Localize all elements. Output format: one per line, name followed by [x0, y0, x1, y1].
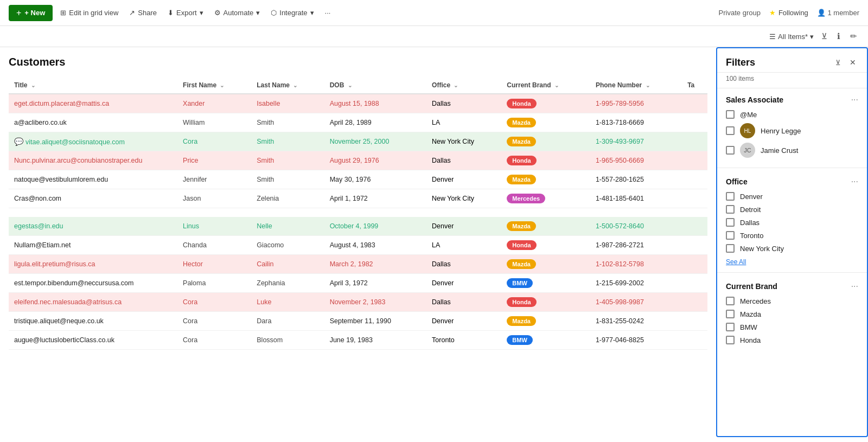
table-row[interactable]: Nunc.pulvinar.arcu@conubianostraper.edu …	[9, 151, 707, 170]
cell-office: New York City	[426, 132, 501, 151]
plus-icon: +	[16, 8, 21, 18]
cell-title: est.tempor.bibendum@neccursusa.com	[9, 274, 177, 293]
following-button[interactable]: ★ Following	[769, 9, 808, 17]
table-row[interactable]: egestas@in.edu Linus Nelle October 4, 19…	[9, 217, 707, 236]
cell-ta	[682, 293, 707, 312]
export-icon: ⬇	[168, 9, 174, 17]
table-row[interactable]: Nullam@Etiam.net Chanda Giacomo August 4…	[9, 236, 707, 255]
col-brand[interactable]: Current Brand ⌄	[501, 77, 590, 94]
cell-phone: 1-309-493-9697	[590, 132, 682, 151]
filter-checkbox-henry[interactable]	[726, 126, 735, 135]
filter-label-henry: Henry Legge	[761, 127, 801, 135]
filter-checkbox-detroit[interactable]	[726, 205, 735, 214]
col-lastname[interactable]: Last Name ⌄	[251, 77, 324, 94]
col-office[interactable]: Office ⌄	[426, 77, 501, 94]
cell-title: Nullam@Etiam.net	[9, 236, 177, 255]
table-row[interactable]: a@aclibero.co.uk William Smith April 28,…	[9, 113, 707, 132]
table-row[interactable]: natoque@vestibulumlorem.edu Jennifer Smi…	[9, 170, 707, 189]
more-button[interactable]: ···	[322, 7, 334, 19]
cell-lastname: Isabelle	[251, 94, 324, 113]
cell-brand: Mazda	[501, 132, 590, 151]
filter-item-mazda[interactable]: Mazda	[726, 310, 858, 318]
edit-grid-button[interactable]: ⊞ Edit in grid view	[57, 7, 122, 19]
filter-section-brand: Current Brand ··· Mercedes Mazda BMW	[717, 275, 867, 352]
brand-badge: BMW	[507, 335, 533, 345]
see-all-link-office[interactable]: See All	[726, 257, 746, 267]
table-row[interactable]: 💬vitae.aliquet@sociisnatoque.com Cora Sm…	[9, 132, 707, 151]
cell-brand: Mazda	[501, 255, 590, 274]
cell-dob: October 4, 1999	[324, 217, 426, 236]
filter-item-denver[interactable]: Denver	[726, 192, 858, 201]
integrate-button[interactable]: ⬡ Integrate ▾	[267, 7, 317, 19]
cell-lastname: Dara	[251, 312, 324, 331]
cell-ta	[682, 132, 707, 151]
table-row[interactable]: ligula.elit.pretium@risus.ca Hector Cail…	[9, 255, 707, 274]
col-dob[interactable]: DOB ⌄	[324, 77, 426, 94]
brand-badge: Mazda	[507, 316, 536, 326]
col-title[interactable]: Title ⌄	[9, 77, 177, 94]
filter-checkbox-nyc[interactable]	[726, 244, 735, 253]
cell-firstname: Chanda	[177, 236, 251, 255]
filter-item-detroit[interactable]: Detroit	[726, 205, 858, 214]
table-row[interactable]: tristique.aliquet@neque.co.uk Cora Dara …	[9, 312, 707, 331]
cell-office: Denver	[426, 217, 501, 236]
filter-label-mazda: Mazda	[740, 310, 761, 318]
filter-item-bmw[interactable]: BMW	[726, 323, 858, 331]
filter-button[interactable]: ⊻	[819, 29, 829, 43]
filter-section-office-more-button[interactable]: ···	[851, 177, 858, 187]
filter-item-dallas[interactable]: Dallas	[726, 218, 858, 227]
new-button[interactable]: + + New	[9, 5, 53, 21]
filter-checkbox-mazda[interactable]	[726, 310, 735, 318]
filter-checkbox-bmw[interactable]	[726, 323, 735, 331]
filter-label-nyc: New York City	[740, 245, 784, 253]
edit-button[interactable]: ✏	[848, 29, 859, 43]
cell-dob: April 28, 1989	[324, 113, 426, 132]
cell-title: egestas@in.edu	[9, 217, 177, 236]
filter-checkbox-honda[interactable]	[726, 336, 735, 344]
cell-firstname: Cora	[177, 331, 251, 350]
filter-panel-filter-icon[interactable]: ⊻	[833, 56, 843, 69]
table-row[interactable]: eget.dictum.placerat@mattis.ca Xander Is…	[9, 94, 707, 113]
page-title: Customers	[9, 56, 707, 68]
all-items-button[interactable]: ☰ All Items* ▾	[769, 33, 814, 41]
filter-checkbox-toronto[interactable]	[726, 231, 735, 240]
cell-ta	[682, 189, 707, 208]
filter-checkbox-denver[interactable]	[726, 192, 735, 201]
cell-ta	[682, 236, 707, 255]
all-items-chevron-icon: ▾	[810, 33, 814, 41]
filter-item-henry[interactable]: HL Henry Legge	[726, 123, 858, 138]
filter-checkbox-jamie[interactable]	[726, 146, 735, 155]
table-row[interactable]: eleifend.nec.malesuada@atrisus.ca Cora L…	[9, 293, 707, 312]
cell-brand: Honda	[501, 293, 590, 312]
automate-button[interactable]: ⚙ Automate ▾	[211, 7, 264, 19]
filter-section-sales-associate-more-button[interactable]: ···	[851, 95, 858, 105]
filter-item-toronto[interactable]: Toronto	[726, 231, 858, 240]
filter-item-honda[interactable]: Honda	[726, 336, 858, 344]
table-row[interactable]: augue@luctusloberticClass.co.uk Cora Blo…	[9, 331, 707, 350]
cell-dob: August 15, 1988	[324, 94, 426, 113]
export-button[interactable]: ⬇ Export ▾	[164, 7, 207, 19]
col-phone[interactable]: Phone Number ⌄	[590, 77, 682, 94]
share-button[interactable]: ↗ Share	[126, 7, 160, 19]
brand-badge: Mazda	[507, 118, 536, 127]
table-body: eget.dictum.placerat@mattis.ca Xander Is…	[9, 94, 707, 350]
filter-section-brand-header: Current Brand ···	[726, 281, 858, 291]
filter-checkbox-dallas[interactable]	[726, 218, 735, 227]
col-ta[interactable]: Ta	[682, 77, 707, 94]
filter-item-nyc[interactable]: New York City	[726, 244, 858, 253]
table-row[interactable]: Cras@non.com Jason Zelenia April 1, 1972…	[9, 189, 707, 208]
info-button[interactable]: ℹ	[835, 29, 843, 43]
cell-title: tristique.aliquet@neque.co.uk	[9, 312, 177, 331]
filter-item-jamie[interactable]: JC Jamie Crust	[726, 143, 858, 158]
table-row[interactable]: est.tempor.bibendum@neccursusa.com Palom…	[9, 274, 707, 293]
filter-item-mercedes[interactable]: Mercedes	[726, 297, 858, 305]
filter-label-honda: Honda	[740, 336, 761, 344]
filter-section-brand-more-button[interactable]: ···	[851, 281, 858, 291]
filter-item-me[interactable]: @Me	[726, 110, 858, 119]
filter-panel-close-button[interactable]: ✕	[847, 56, 858, 69]
filter-checkbox-me[interactable]	[726, 110, 735, 119]
cell-title: a@aclibero.co.uk	[9, 113, 177, 132]
col-firstname[interactable]: First Name ⌄	[177, 77, 251, 94]
cell-title: eleifend.nec.malesuada@atrisus.ca	[9, 293, 177, 312]
filter-checkbox-mercedes[interactable]	[726, 297, 735, 305]
